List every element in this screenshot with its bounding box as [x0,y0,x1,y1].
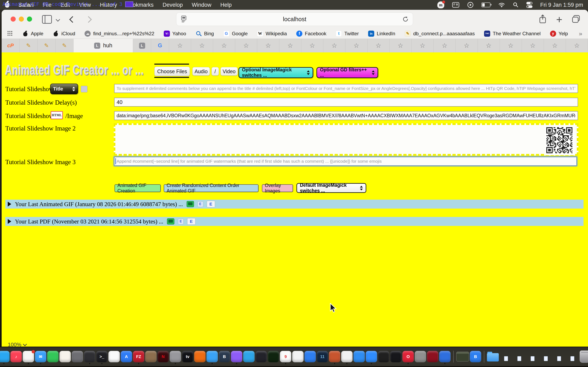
menubar-item-develop[interactable]: Develop [163,2,183,8]
trash-icon[interactable] [580,350,588,363]
default-imagemagick-select[interactable]: Default ImageMagick switches ... [296,183,366,193]
dock-camera-icon[interactable] [72,351,83,362]
dock-file-icon[interactable] [504,356,508,361]
tab-star-15[interactable]: ☆ [346,39,367,52]
menubar-item-help[interactable]: Help [220,2,232,8]
dock-code-icon[interactable] [255,351,267,362]
tab-pencil-3[interactable]: ✎ [56,39,73,52]
dock-photos-icon[interactable] [60,351,71,362]
dock-file-icon[interactable] [517,356,521,361]
tab-star-10[interactable]: ☆ [235,39,257,52]
tab-star-13[interactable]: ☆ [301,39,323,52]
tab-star-17[interactable]: ☆ [389,39,412,52]
dock-installer-icon[interactable] [145,351,156,362]
sidebar-toggle-icon[interactable] [42,15,52,24]
tab-pencil-1[interactable]: ✎ [20,39,38,52]
dock-textedit-icon[interactable] [108,351,120,362]
dock-inkscape-icon[interactable] [378,351,389,362]
color-swatch-button[interactable] [81,86,87,92]
animated-gif-creation-button[interactable]: Animated GIF Creation [114,184,161,192]
randomized-gif-button[interactable]: Create Randomized Content Order Animated… [164,184,259,192]
slash-button[interactable]: / [212,67,219,76]
dock-minimized-window[interactable] [456,352,469,361]
tab-huh[interactable]: Lhuh [73,39,133,52]
play-circle-icon[interactable] [467,2,474,8]
dock-bbedit-icon[interactable]: B [219,351,230,362]
share-icon[interactable] [539,14,547,24]
sidebar-chevron-down-icon[interactable] [56,17,60,22]
menubar-item-window[interactable]: Window [192,2,211,8]
image-data-input[interactable] [114,111,578,120]
dock-downloads-folder[interactable] [487,352,499,361]
video-button[interactable]: Video [221,67,238,76]
title-select[interactable]: Title [50,83,78,94]
dock-mail-icon[interactable]: ✉ [35,351,46,362]
dock-keychain-icon[interactable] [170,351,181,362]
disclosure-triangle-icon[interactable] [8,202,11,207]
forward-button[interactable] [85,16,92,23]
dock-preview-icon[interactable] [354,351,365,362]
tab-star-16[interactable]: ☆ [367,39,389,52]
dock-calendar-icon[interactable]: 9 [280,351,291,362]
dock-appstore-icon[interactable]: A [121,351,132,362]
favorite-google[interactable]: GGoogle [223,31,248,37]
favorite-find-minus-rep-22s-22[interactable]: ☁find_minus....rep+%22s%22 [85,31,154,37]
dock-netflix-icon[interactable]: N [157,351,169,362]
favorite-bing[interactable]: Bing [196,31,214,37]
last-pdf-summary[interactable]: Your Last PDF (November 03 2021 06:14:56… [5,217,584,226]
dock-terminal-green-icon[interactable] [268,351,279,362]
dock-dial-icon[interactable] [427,351,438,362]
dock-keypad-icon[interactable] [84,351,95,362]
dock-browser-icon[interactable] [207,351,218,362]
tab-star-20[interactable]: ☆ [456,39,478,52]
dock-firefox-icon[interactable] [194,351,206,362]
favorite-grid[interactable] [7,31,13,36]
envelope-icon[interactable]: E [207,201,215,207]
dock-transfer-icon[interactable] [304,351,316,362]
monitor-icon[interactable] [187,201,194,207]
page-zoom-indicator[interactable]: 100% [8,342,26,347]
search-icon[interactable] [513,2,519,8]
tab-star-7[interactable]: ☆ [169,39,191,52]
dock-file-icon[interactable] [571,356,574,361]
favorites-overflow-chevron[interactable]: » [579,30,582,37]
e-badge-icon[interactable]: E [178,219,183,224]
menubar-clock[interactable]: Fri 9 Jan 1:59 pm [540,2,583,8]
image3-comment-input[interactable] [114,157,577,166]
dock-bluetooth-icon[interactable]: B [470,351,481,362]
envelope-icon[interactable]: E [187,218,195,225]
audio-button[interactable]: Audio [192,67,210,76]
reload-icon[interactable] [402,16,409,22]
dock-pages-icon[interactable] [292,351,303,362]
e-badge-icon[interactable]: E [198,201,203,207]
back-button[interactable] [69,16,76,23]
tab-star-19[interactable]: ☆ [434,39,456,52]
delay-input[interactable] [114,98,578,107]
imagemagick-switches-select[interactable]: Optional ImageMagick switches ... [238,67,313,78]
favorite-yelp[interactable]: yYelp [550,31,568,37]
tab-star-11[interactable]: ☆ [257,39,279,52]
tab-star-8[interactable]: ☆ [191,39,213,52]
favorite-db-connect-p-aaasaaafaas[interactable]: ✎db_connect.p...aaasaaafaas [405,31,475,37]
dock-file-icon[interactable] [544,356,548,361]
favorite-apple[interactable]: Apple [22,31,43,37]
dock-hands-icon[interactable] [415,351,426,362]
favorite-wikipedia[interactable]: WWikipedia [257,31,287,37]
tab-overview-icon[interactable] [572,15,581,24]
tab-star-14[interactable]: ☆ [323,39,346,52]
favorite-twitter[interactable]: tTwitter [336,31,359,37]
tab-star-21[interactable]: ☆ [478,39,500,52]
dock-messages-icon[interactable] [47,351,59,362]
control-center-icon[interactable] [526,2,532,8]
dock-notifications-icon[interactable] [23,351,34,362]
new-tab-button[interactable]: + [556,13,562,26]
dock-studio-icon[interactable]: 11 [317,351,328,362]
dock-opera-icon[interactable]: O [402,351,414,362]
wifi-icon[interactable] [498,2,505,8]
favorite-yahoo[interactable]: Y!Yahoo [164,31,186,37]
tab-star-25[interactable]: ☆ [566,39,588,52]
image2-dropzone[interactable] [114,123,579,156]
tab-google-6[interactable]: G [151,39,169,52]
tab-cpanel-0[interactable]: cP [2,39,20,52]
dock-chrome-icon[interactable] [341,351,353,362]
